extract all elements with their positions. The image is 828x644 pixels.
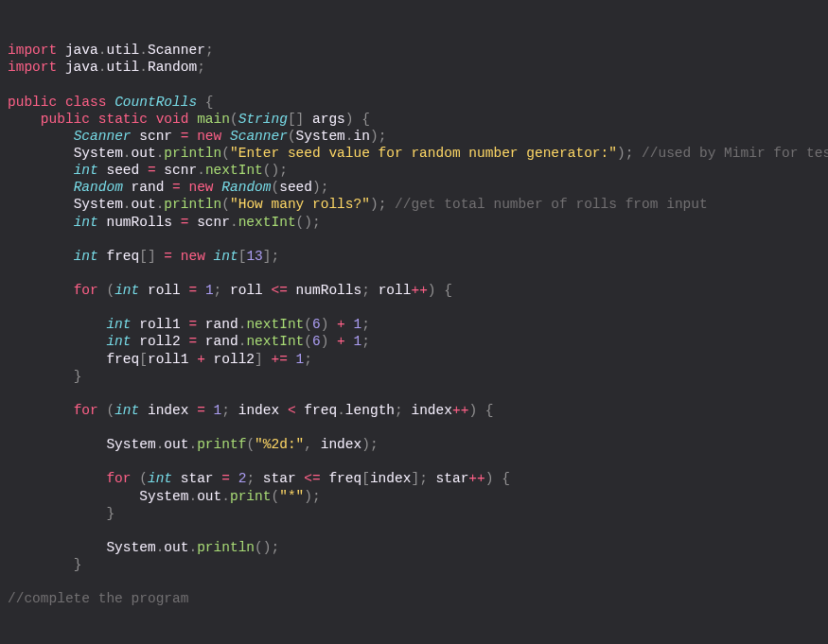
tok-m_nextInt: nextInt	[205, 163, 263, 178]
tok-out: out	[164, 437, 188, 452]
tok-m_nextInt: nextInt	[246, 334, 304, 349]
v: roll2	[205, 352, 255, 367]
tok-arr_br: []	[288, 112, 312, 127]
tok-p_c: )	[345, 112, 354, 127]
tok-m_println: println	[164, 146, 221, 161]
tok-kw_public: public	[41, 112, 90, 127]
tok-op_pp: ++	[452, 403, 468, 418]
tok-imp2_cls: Random	[148, 60, 197, 75]
v: index	[321, 437, 362, 452]
tok-dot: .	[123, 146, 132, 161]
tok-op_eq: =	[172, 180, 181, 195]
tok-s_rolls: "How many rolls?"	[230, 197, 370, 212]
class-name: CountRolls	[115, 95, 197, 110]
tok-v_roll2: roll2	[132, 334, 189, 349]
sc: ;	[246, 471, 262, 486]
tok-kw_for: for	[74, 283, 98, 298]
tok-cb_c: }	[74, 369, 82, 384]
tok-cb_o: {	[354, 112, 370, 127]
tok-kw_new: new	[172, 249, 214, 264]
len: length	[345, 403, 395, 418]
tok-imp1_util: util	[106, 43, 139, 58]
tok-imp1_kw: import	[8, 60, 57, 75]
ctor: Random	[221, 180, 271, 195]
tok-op_eq: =	[148, 163, 156, 178]
tok-m_main: main	[197, 112, 230, 127]
v: star	[263, 471, 305, 486]
tok-p_o: (	[246, 437, 255, 452]
param-args: args	[312, 112, 345, 127]
tok-dot: .	[123, 197, 132, 212]
tok-imp1_kw: import	[8, 43, 57, 58]
tok-kw_for: for	[106, 471, 131, 486]
tok-sc: ;	[370, 437, 379, 452]
tok-br_c: ]	[411, 471, 419, 486]
tok-p_o: (	[263, 163, 272, 178]
tok-m_printf: printf	[197, 437, 246, 452]
tok-p_c: )	[370, 129, 379, 144]
tok-out: out	[164, 540, 188, 555]
tok-sc: ;	[197, 60, 205, 75]
tok-p_o: (	[288, 129, 296, 144]
v: roll1	[148, 352, 197, 367]
tok-n6: 6	[312, 334, 321, 349]
tok-cb_c: }	[74, 557, 82, 572]
tok-p_o: (	[221, 197, 230, 212]
tok-sc: ;	[361, 317, 370, 332]
tok-p_c: )	[312, 180, 321, 195]
v: numRolls	[288, 283, 361, 298]
tok-op_peq: +=	[271, 352, 287, 367]
v: roll	[230, 283, 272, 298]
tok-kw_new: new	[181, 180, 222, 195]
tok-out: out	[132, 146, 156, 161]
tok-dot: .	[197, 163, 205, 178]
tok-type_int: int	[106, 334, 131, 349]
tok-v_numRolls: numRolls	[98, 215, 181, 230]
tok-dot: .	[230, 215, 238, 230]
tok-sc: ;	[379, 129, 387, 144]
tok-m_nextInt: nextInt	[238, 215, 296, 230]
tok-n1: 1	[214, 403, 222, 418]
tok-type_int: int	[115, 283, 139, 298]
tok-imp1_d2: .	[139, 43, 148, 58]
tok-sc: ;	[272, 249, 280, 264]
tok-in: in	[354, 129, 370, 144]
tok-sys: System	[74, 146, 123, 161]
ctor: Scanner	[230, 129, 288, 144]
v: rand	[197, 317, 238, 332]
tok-n1: 1	[354, 334, 362, 349]
tok-p_o: (	[230, 112, 238, 127]
code-block: import java.util.Scanner; import java.ut…	[8, 42, 820, 644]
tok-sc: ;	[312, 215, 321, 230]
tok-p_c: )	[272, 163, 280, 178]
tok-kw_new: new	[188, 129, 230, 144]
tok-p_o: (	[304, 317, 312, 332]
tok-m_print: print	[230, 489, 272, 504]
tok-imp1_pkg: java	[57, 60, 98, 75]
tok-dot: .	[337, 403, 345, 418]
v: freq	[296, 403, 338, 418]
v: scnr	[188, 215, 230, 230]
tok-dot: .	[188, 540, 197, 555]
t: int	[214, 249, 238, 264]
tok-br_o: [	[139, 352, 148, 367]
tok-v_roll: roll	[139, 283, 188, 298]
tok-s_star: "*"	[279, 489, 304, 504]
tok-cb_o: {	[436, 283, 452, 298]
tok-sc: ;	[312, 489, 321, 504]
tok-sys: System	[296, 129, 345, 144]
tok-c_mimir: //used by Mimir for testing	[633, 146, 828, 161]
tok-p_c: )	[428, 283, 436, 298]
tok-p_c: )	[304, 489, 312, 504]
tok-p_c: )	[468, 403, 477, 418]
tok-type_int: int	[74, 215, 98, 230]
tok-op_pp: ++	[411, 283, 427, 298]
tok-p_o: (	[255, 540, 263, 555]
sc: ;	[361, 283, 378, 298]
v: index	[411, 403, 452, 418]
tok-p_o: (	[304, 334, 312, 349]
tok-sc: ;	[205, 43, 214, 58]
tok-op_plus: +	[337, 334, 345, 349]
br: []	[139, 249, 164, 264]
v: index	[238, 403, 288, 418]
